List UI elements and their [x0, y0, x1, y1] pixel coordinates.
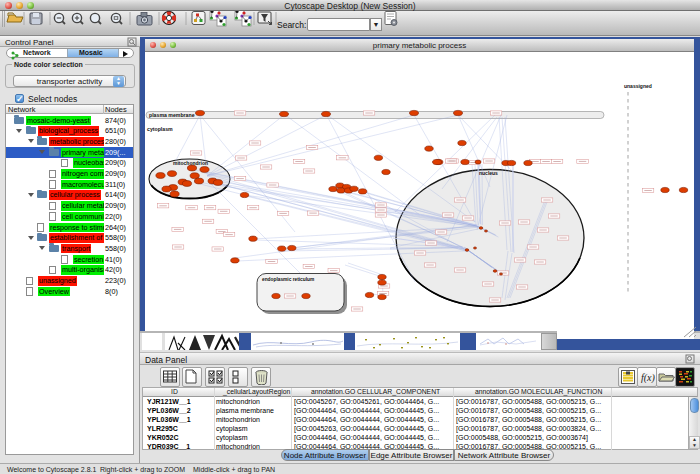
svg-text:f(x): f(x) [641, 372, 655, 384]
svg-text:cytoplasm: cytoplasm [147, 126, 173, 132]
svg-text:endoplasmic reticulum: endoplasmic reticulum [262, 277, 314, 282]
svg-text:plasma membrane: plasma membrane [149, 112, 195, 118]
svg-text:mitochondrion: mitochondrion [173, 160, 208, 166]
svg-text:nucleus: nucleus [479, 170, 498, 176]
svg-text:unassigned: unassigned [624, 83, 652, 89]
